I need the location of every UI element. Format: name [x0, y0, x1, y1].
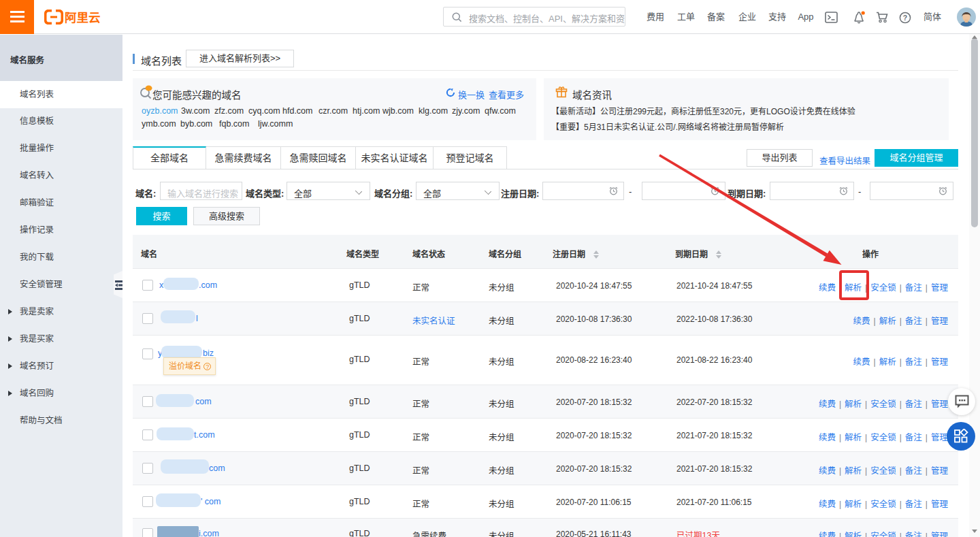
svg-text:?: ?: [903, 14, 907, 22]
svg-text:阿里云: 阿里云: [65, 11, 101, 25]
